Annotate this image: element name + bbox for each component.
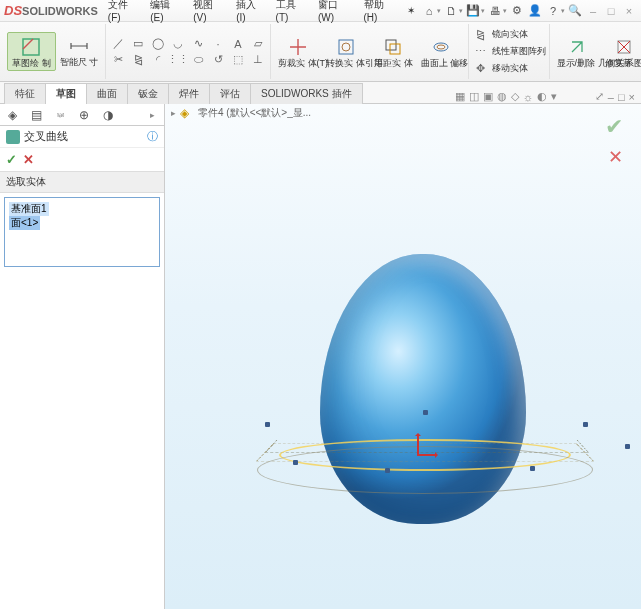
panel-tab-dim-icon[interactable]: ⊕ xyxy=(76,107,92,123)
line-tool-icon[interactable]: ／ xyxy=(109,36,127,52)
view-shaded-icon[interactable]: ◍ xyxy=(497,90,507,103)
selection-item-face[interactable]: 面<1> xyxy=(9,216,40,230)
convert-entity-button[interactable]: 转换实 体引用 xyxy=(322,33,370,71)
text-tool-icon[interactable]: A xyxy=(229,36,247,52)
menu-tools[interactable]: 工具(T) xyxy=(270,0,312,25)
menu-file[interactable]: 文件(F) xyxy=(102,0,144,25)
circle-tool-icon[interactable]: ◯ xyxy=(149,36,167,52)
move-entity-button[interactable]: ✥ 移动实体 xyxy=(472,61,546,77)
relation-tool-icon[interactable]: ⊥ xyxy=(249,52,267,68)
plane-handle[interactable] xyxy=(583,422,588,427)
tab-features[interactable]: 特征 xyxy=(4,83,46,104)
breadcrumb-text[interactable]: 零件4 (默认<<默认>_显... xyxy=(198,106,311,120)
search-icon[interactable]: 🔍 xyxy=(567,3,583,19)
selection-item-plane[interactable]: 基准面1 xyxy=(9,202,49,216)
view-orientation-icon[interactable]: ▦ xyxy=(455,90,465,103)
tree-expand-icon[interactable]: ▸ xyxy=(171,108,176,118)
trim-tool-icon[interactable]: ✂ xyxy=(109,52,127,68)
plane-tool-icon[interactable]: ▱ xyxy=(249,36,267,52)
menu-star[interactable]: ✶ xyxy=(401,3,421,18)
selection-list[interactable]: 基准面1 面<1> xyxy=(4,197,160,267)
menu-view[interactable]: 视图(V) xyxy=(187,0,230,25)
plane-handle[interactable] xyxy=(293,460,298,465)
mirror-entity-button[interactable]: ⧎ 镜向实体 xyxy=(472,27,546,43)
view-wireframe-icon[interactable]: ▣ xyxy=(483,90,493,103)
open-icon[interactable]: 🗋 xyxy=(443,3,459,19)
pattern-tool-icon[interactable]: ⋮⋮ xyxy=(169,52,187,68)
sketch3d-tool-icon[interactable]: ⬚ xyxy=(229,52,247,68)
view-perspective-icon[interactable]: ◇ xyxy=(511,90,519,103)
property-manager-header: 交叉曲线 ⓘ xyxy=(0,126,164,148)
plane-handle[interactable] xyxy=(385,468,390,473)
plane-handle[interactable] xyxy=(265,422,270,427)
cancel-button[interactable]: ✕ xyxy=(23,152,34,167)
linear-pattern-button[interactable]: ⋯ 线性草图阵列 xyxy=(472,44,546,60)
tab-sw-addins[interactable]: SOLIDWORKS 插件 xyxy=(250,83,363,104)
sketch-button[interactable]: 草图绘 制 xyxy=(7,32,56,72)
ok-cancel-row: ✓ ✕ xyxy=(0,148,164,171)
view-display-icon[interactable]: ☼ xyxy=(523,91,533,103)
view-section-icon[interactable]: ◫ xyxy=(469,90,479,103)
menu-window[interactable]: 窗口(W) xyxy=(312,0,358,25)
menu-help[interactable]: 帮助(H) xyxy=(358,0,401,25)
logo-prefix: DS xyxy=(4,3,22,18)
print-icon[interactable]: 🖶 xyxy=(487,3,503,19)
view-appearance-icon[interactable]: ◐ xyxy=(537,90,547,103)
tab-surfaces[interactable]: 曲面 xyxy=(86,83,128,104)
plane-handle[interactable] xyxy=(423,410,428,415)
plane-handle[interactable] xyxy=(625,444,630,449)
viewport-min-icon[interactable]: – xyxy=(608,91,614,103)
viewport-close-icon[interactable]: × xyxy=(629,91,635,103)
tab-evaluate[interactable]: 评估 xyxy=(209,83,251,104)
trim-entity-button[interactable]: 剪裁实 体(T) xyxy=(274,33,322,71)
smart-dimension-button[interactable]: 智能尺 寸 xyxy=(56,32,103,72)
spline-tool-icon[interactable]: ∿ xyxy=(189,36,207,52)
offset-entity-button[interactable]: 等距实 体 xyxy=(370,33,417,71)
settings-icon[interactable]: ⚙ xyxy=(509,3,525,19)
confirm-corner-ok[interactable]: ✔ xyxy=(605,114,623,140)
viewport-max-icon[interactable]: □ xyxy=(618,91,625,103)
panel-tabs: ◈ ▤ ⎃ ⊕ ◑ ▸ xyxy=(0,104,164,126)
panel-tab-feature-tree-icon[interactable]: ◈ xyxy=(4,107,20,123)
plane-handle[interactable] xyxy=(530,466,535,471)
panel-expand-icon[interactable]: ▸ xyxy=(144,107,160,123)
tab-sheetmetal[interactable]: 钣金 xyxy=(127,83,169,104)
property-help-icon[interactable]: ⓘ xyxy=(147,129,158,144)
panel-tab-property-icon[interactable]: ▤ xyxy=(28,107,44,123)
graphics-viewport[interactable]: ▸ ◈ 零件4 (默认<<默认>_显... ✔ ✕ xyxy=(165,104,641,609)
origin-x-axis-icon xyxy=(417,454,437,456)
rect-tool-icon[interactable]: ▭ xyxy=(129,36,147,52)
mirror-tool-icon[interactable]: ⧎ xyxy=(129,52,147,68)
panel-tab-config-icon[interactable]: ⎃ xyxy=(52,107,68,123)
confirm-corner-cancel[interactable]: ✕ xyxy=(608,146,623,168)
show-relations-button[interactable]: 显示/删除 几何关系 xyxy=(553,33,601,71)
tab-weldments[interactable]: 焊件 xyxy=(168,83,210,104)
ok-button[interactable]: ✓ xyxy=(6,152,17,167)
home-icon[interactable]: ⌂ xyxy=(421,3,437,19)
quick-access-toolbar: ⌂▾ 🗋▾ 💾▾ 🖶▾ ⚙ 👤 ?▾ 🔍 – □ × xyxy=(421,3,637,19)
point-tool-icon[interactable]: · xyxy=(209,36,227,52)
panel-tab-display-icon[interactable]: ◑ xyxy=(100,107,116,123)
menu-insert[interactable]: 插入(I) xyxy=(230,0,269,25)
window-close-icon[interactable]: × xyxy=(621,3,637,19)
save-icon[interactable]: 💾 xyxy=(465,3,481,19)
menu-edit[interactable]: 编辑(E) xyxy=(144,0,187,25)
dimension-icon xyxy=(67,34,91,58)
command-tabs: 特征 草图 曲面 钣金 焊件 评估 SOLIDWORKS 插件 ▦ ◫ ▣ ◍ … xyxy=(0,82,641,104)
view-scene-icon[interactable]: ▾ xyxy=(551,90,557,103)
convert-tool-icon[interactable]: ↺ xyxy=(209,52,227,68)
tab-sketch[interactable]: 草图 xyxy=(45,83,87,104)
fillet-tool-icon[interactable]: ◜ xyxy=(149,52,167,68)
slot-tool-icon[interactable]: ⬭ xyxy=(189,52,207,68)
window-min-icon[interactable]: – xyxy=(585,3,601,19)
move-entity-icon: ✥ xyxy=(472,61,490,77)
svg-rect-1 xyxy=(339,40,353,54)
help-icon[interactable]: ? xyxy=(545,3,561,19)
user-icon[interactable]: 👤 xyxy=(527,3,543,19)
arc-tool-icon[interactable]: ◡ xyxy=(169,36,187,52)
surface-offset-icon xyxy=(429,35,453,59)
viewport-expand-icon[interactable]: ⤢ xyxy=(595,90,604,103)
window-max-icon[interactable]: □ xyxy=(603,3,619,19)
repair-sketch-button[interactable]: 修复草 图 xyxy=(601,33,641,71)
surface-offset-button[interactable]: 曲面上 偏移 xyxy=(417,33,465,71)
